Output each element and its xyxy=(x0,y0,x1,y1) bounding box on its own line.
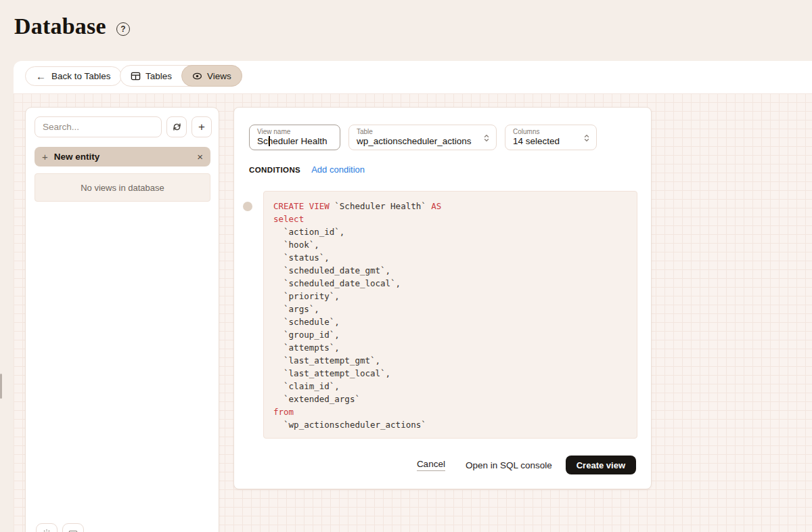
table-select[interactable]: Table wp_actionscheduler_actions xyxy=(348,125,497,150)
settings-button[interactable] xyxy=(36,523,58,532)
left-arrow-icon: ← xyxy=(36,71,46,81)
close-icon[interactable]: × xyxy=(197,152,203,162)
sidebar-item-new-entity[interactable]: + New entity × xyxy=(35,147,210,167)
sql-preview-block[interactable]: CREATE VIEW `Scheduler Health` ASselect … xyxy=(263,191,637,439)
tab-views[interactable]: Views xyxy=(181,65,242,87)
chevron-updown-icon xyxy=(583,133,591,143)
scroll-handle[interactable] xyxy=(0,374,2,399)
conditions-row: CONDITIONS Add condition xyxy=(249,164,365,175)
chevron-updown-icon xyxy=(482,133,491,143)
columns-select-value: 14 selected xyxy=(513,136,589,147)
toolbar: ← Back to Tables Tables xyxy=(14,61,812,93)
plus-icon: + xyxy=(42,152,48,162)
keyboard-shortcuts-button[interactable] xyxy=(62,523,84,532)
sidebar-search-row: + xyxy=(35,116,210,137)
sidebar-bottom-actions xyxy=(36,523,84,532)
sql-code: CREATE VIEW `Scheduler Health` ASselect … xyxy=(273,200,627,431)
back-to-tables-button[interactable]: ← Back to Tables xyxy=(25,66,122,86)
new-entity-label: New entity xyxy=(54,152,100,162)
view-name-field[interactable]: View name Scheduler Health xyxy=(249,125,340,150)
table-select-value: wp_actionscheduler_actions xyxy=(357,136,489,147)
empty-state-message: No views in database xyxy=(81,183,164,193)
eye-icon xyxy=(192,71,202,81)
plus-icon: + xyxy=(198,121,205,133)
gear-icon xyxy=(42,529,51,532)
search-input[interactable] xyxy=(35,116,162,137)
refresh-button[interactable] xyxy=(166,116,187,137)
table-select-label: Table xyxy=(357,128,489,136)
view-name-label: View name xyxy=(257,128,332,136)
database-app-screen: Database ? ← Back to Tables Tables xyxy=(0,0,812,532)
view-editor-panel: View name Scheduler Health Table wp_acti… xyxy=(233,107,652,489)
help-icon[interactable]: ? xyxy=(116,22,130,36)
empty-state-box: No views in database xyxy=(35,173,210,202)
tables-views-segmented-control: Tables Views xyxy=(120,65,242,87)
columns-select-label: Columns xyxy=(513,128,589,136)
table-icon xyxy=(131,71,141,81)
tab-tables[interactable]: Tables xyxy=(120,66,182,86)
text-caret xyxy=(269,136,270,146)
keyboard-icon xyxy=(68,529,78,532)
editor-footer: Cancel Open in SQL console Create view xyxy=(417,456,636,474)
conditions-label: CONDITIONS xyxy=(249,166,300,174)
views-sidebar-panel: + + New entity × No views in database xyxy=(25,107,219,532)
cancel-button[interactable]: Cancel xyxy=(417,459,445,471)
add-view-button[interactable]: + xyxy=(191,116,212,137)
add-condition-link[interactable]: Add condition xyxy=(311,164,365,175)
columns-select[interactable]: Columns 14 selected xyxy=(505,125,597,150)
tab-tables-label: Tables xyxy=(145,71,172,81)
refresh-icon xyxy=(172,122,182,132)
code-bullet-dot xyxy=(243,202,252,211)
create-view-button[interactable]: Create view xyxy=(566,456,636,474)
tab-views-label: Views xyxy=(207,71,231,81)
back-to-tables-label: Back to Tables xyxy=(51,71,111,81)
open-in-sql-console-button[interactable]: Open in SQL console xyxy=(466,460,552,470)
page-title: Database xyxy=(14,14,106,39)
